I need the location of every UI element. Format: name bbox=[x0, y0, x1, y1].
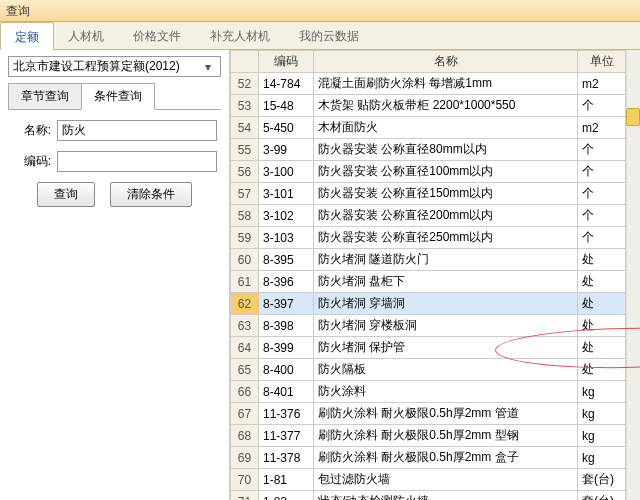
table-row[interactable]: 545-450木材面防火m2 bbox=[231, 117, 626, 139]
row-code: 11-378 bbox=[259, 447, 314, 469]
main-tab-0[interactable]: 定额 bbox=[0, 22, 54, 50]
table-row[interactable]: 573-101防火器安装 公称直径150mm以内个 bbox=[231, 183, 626, 205]
row-unit: 个 bbox=[578, 95, 626, 117]
row-name: 防火器安装 公称直径80mm以内 bbox=[314, 139, 578, 161]
table-row[interactable]: 658-400防火隔板处 bbox=[231, 359, 626, 381]
code-input[interactable] bbox=[57, 151, 217, 172]
table-row[interactable]: 608-395防火堵洞 隧道防火门处 bbox=[231, 249, 626, 271]
table-row[interactable]: 583-102防火器安装 公称直径200mm以内个 bbox=[231, 205, 626, 227]
scroll-thumb[interactable] bbox=[626, 108, 640, 126]
row-name: 防火堵洞 隧道防火门 bbox=[314, 249, 578, 271]
main-tab-1[interactable]: 人材机 bbox=[54, 22, 119, 49]
row-code: 14-784 bbox=[259, 73, 314, 95]
row-name: 防火隔板 bbox=[314, 359, 578, 381]
row-code: 8-399 bbox=[259, 337, 314, 359]
row-name: 防火器安装 公称直径250mm以内 bbox=[314, 227, 578, 249]
row-idx: 57 bbox=[231, 183, 259, 205]
row-unit: 处 bbox=[578, 315, 626, 337]
row-idx: 70 bbox=[231, 469, 259, 491]
row-unit: m2 bbox=[578, 73, 626, 95]
table-row[interactable]: 668-401防火涂料kg bbox=[231, 381, 626, 403]
col-header-idx bbox=[231, 51, 259, 73]
row-unit: kg bbox=[578, 425, 626, 447]
row-unit: kg bbox=[578, 403, 626, 425]
table-row[interactable]: 648-399防火堵洞 保护管处 bbox=[231, 337, 626, 359]
row-code: 3-102 bbox=[259, 205, 314, 227]
table-row[interactable]: 628-397防火堵洞 穿墙洞处 bbox=[231, 293, 626, 315]
row-idx: 53 bbox=[231, 95, 259, 117]
main-tab-4[interactable]: 我的云数据 bbox=[285, 22, 374, 49]
row-idx: 56 bbox=[231, 161, 259, 183]
col-header-code[interactable]: 编码 bbox=[259, 51, 314, 73]
table-row[interactable]: 593-103防火器安装 公称直径250mm以内个 bbox=[231, 227, 626, 249]
main-tab-3[interactable]: 补充人材机 bbox=[196, 22, 285, 49]
row-name: 状态/动态检测防火墙 bbox=[314, 491, 578, 501]
table-row[interactable]: 711-82状态/动态检测防火墙套(台) bbox=[231, 491, 626, 501]
row-unit: 处 bbox=[578, 293, 626, 315]
right-panel: 编码 名称 单位 5214-784混凝土面刷防火涂料 每增减1mmm25315-… bbox=[230, 50, 640, 500]
table-row[interactable]: 618-396防火堵洞 盘柜下处 bbox=[231, 271, 626, 293]
name-input[interactable] bbox=[57, 120, 217, 141]
row-code: 3-99 bbox=[259, 139, 314, 161]
row-code: 1-82 bbox=[259, 491, 314, 501]
table-row[interactable]: 6711-376刷防火涂料 耐火极限0.5h厚2mm 管道kg bbox=[231, 403, 626, 425]
row-unit: 套(台) bbox=[578, 491, 626, 501]
table-row[interactable]: 553-99防火器安装 公称直径80mm以内个 bbox=[231, 139, 626, 161]
left-panel: 北京市建设工程预算定额(2012) ▾ 章节查询条件查询 名称: 编码: 查询 … bbox=[0, 50, 230, 500]
row-code: 1-81 bbox=[259, 469, 314, 491]
window-title: 查询 bbox=[6, 4, 30, 18]
row-name: 包过滤防火墙 bbox=[314, 469, 578, 491]
row-idx: 61 bbox=[231, 271, 259, 293]
title-bar: 查询 bbox=[0, 0, 640, 22]
row-name: 刷防火涂料 耐火极限0.5h厚2mm 型钢 bbox=[314, 425, 578, 447]
sub-tab-1[interactable]: 条件查询 bbox=[81, 83, 155, 110]
row-unit: 个 bbox=[578, 227, 626, 249]
col-header-unit[interactable]: 单位 bbox=[578, 51, 626, 73]
main-tab-2[interactable]: 价格文件 bbox=[119, 22, 196, 49]
row-unit: kg bbox=[578, 381, 626, 403]
row-code: 8-398 bbox=[259, 315, 314, 337]
row-name: 防火堵洞 保护管 bbox=[314, 337, 578, 359]
row-name: 防火器安装 公称直径100mm以内 bbox=[314, 161, 578, 183]
row-unit: m2 bbox=[578, 117, 626, 139]
clear-button[interactable]: 清除条件 bbox=[110, 182, 192, 207]
table-row[interactable]: 638-398防火堵洞 穿楼板洞处 bbox=[231, 315, 626, 337]
row-name: 防火涂料 bbox=[314, 381, 578, 403]
row-unit: 个 bbox=[578, 139, 626, 161]
dropdown-value: 北京市建设工程预算定额(2012) bbox=[13, 58, 180, 75]
row-code: 8-397 bbox=[259, 293, 314, 315]
col-header-name[interactable]: 名称 bbox=[314, 51, 578, 73]
table-row[interactable]: 5315-48木货架 贴防火板带柜 2200*1000*550个 bbox=[231, 95, 626, 117]
row-idx: 65 bbox=[231, 359, 259, 381]
row-code: 3-101 bbox=[259, 183, 314, 205]
row-unit: 处 bbox=[578, 337, 626, 359]
row-code: 8-400 bbox=[259, 359, 314, 381]
row-unit: 套(台) bbox=[578, 469, 626, 491]
row-code: 8-395 bbox=[259, 249, 314, 271]
table-row[interactable]: 563-100防火器安装 公称直径100mm以内个 bbox=[231, 161, 626, 183]
row-idx: 55 bbox=[231, 139, 259, 161]
row-name: 防火器安装 公称直径150mm以内 bbox=[314, 183, 578, 205]
quota-dropdown[interactable]: 北京市建设工程预算定额(2012) ▾ bbox=[8, 56, 221, 77]
scrollbar[interactable] bbox=[626, 50, 640, 500]
row-unit: 处 bbox=[578, 249, 626, 271]
row-name: 刷防火涂料 耐火极限0.5h厚2mm 管道 bbox=[314, 403, 578, 425]
row-unit: 个 bbox=[578, 161, 626, 183]
table-row[interactable]: 6911-378刷防火涂料 耐火极限0.5h厚2mm 盒子kg bbox=[231, 447, 626, 469]
row-idx: 58 bbox=[231, 205, 259, 227]
query-button[interactable]: 查询 bbox=[37, 182, 95, 207]
table-row[interactable]: 6811-377刷防火涂料 耐火极限0.5h厚2mm 型钢kg bbox=[231, 425, 626, 447]
row-name: 防火堵洞 盘柜下 bbox=[314, 271, 578, 293]
name-label: 名称: bbox=[12, 122, 51, 139]
row-idx: 62 bbox=[231, 293, 259, 315]
sub-tab-0[interactable]: 章节查询 bbox=[8, 83, 82, 110]
table-row[interactable]: 5214-784混凝土面刷防火涂料 每增减1mmm2 bbox=[231, 73, 626, 95]
row-name: 混凝土面刷防火涂料 每增减1mm bbox=[314, 73, 578, 95]
table-row[interactable]: 701-81包过滤防火墙套(台) bbox=[231, 469, 626, 491]
row-unit: kg bbox=[578, 447, 626, 469]
row-name: 防火器安装 公称直径200mm以内 bbox=[314, 205, 578, 227]
row-code: 11-377 bbox=[259, 425, 314, 447]
row-code: 11-376 bbox=[259, 403, 314, 425]
result-grid: 编码 名称 单位 5214-784混凝土面刷防火涂料 每增减1mmm25315-… bbox=[230, 50, 626, 500]
code-label: 编码: bbox=[12, 153, 51, 170]
